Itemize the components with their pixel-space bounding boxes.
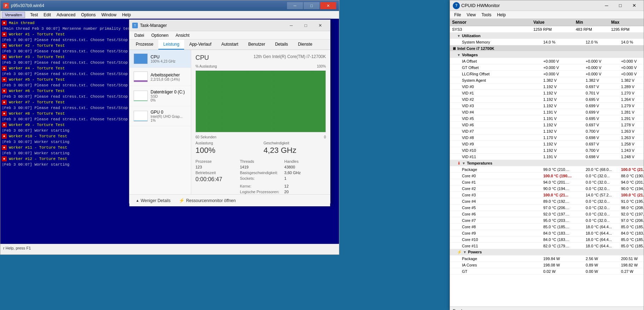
threads-label: Threads	[240, 159, 282, 163]
handles-value: 43800	[284, 165, 326, 169]
worker-icon: ■	[2, 134, 7, 139]
col-sensor: Sensor	[452, 20, 533, 25]
hwm-icon: ?	[453, 2, 460, 9]
table-row: Core #290.0 °C (194....0.0 °C (32.0...90…	[450, 185, 644, 192]
section-name: 🖥Intel Core i7 12700K	[452, 46, 533, 51]
disk-mini-graph	[134, 91, 148, 101]
tab-details[interactable]: Details	[270, 40, 293, 50]
kerne-label: Kerne:	[240, 184, 282, 188]
table-row: Core #885.0 °C (185....18.0 °C (64.4...8…	[450, 224, 644, 230]
prime95-maximize-button[interactable]: □	[304, 2, 320, 9]
worker-icon: ■	[2, 54, 7, 59]
prime95-menu-options[interactable]: Options	[78, 12, 98, 18]
table-row: Package199.84 W2.56 W200.51 W	[450, 256, 644, 262]
hwm-maximize-button[interactable]: □	[614, 2, 627, 10]
hwm-menu-file[interactable]: File	[451, 12, 464, 18]
auslastung-label: Auslastung	[195, 141, 258, 145]
table-row: ▼Utilization	[450, 33, 644, 39]
prozesse-label: Prozesse	[195, 159, 237, 163]
cpu-sidebar-text: CPU 100% 4,23 GHz	[151, 54, 187, 63]
disk-sidebar-name: Datenträger 0 (C:)	[151, 90, 187, 94]
hwm-menu-tools[interactable]: Tools	[479, 12, 494, 18]
threads-value: 1419	[240, 165, 282, 169]
prime95-menu-test[interactable]: Test	[27, 12, 41, 18]
tm-tabs: Prozesse Leistung App-Verlauf Autostart …	[129, 40, 330, 50]
prime95-minimize-button[interactable]: ─	[287, 2, 303, 9]
sensor-max: +0.000 V	[621, 65, 644, 70]
table-row: IA Cores198.08 W0.89 W198.82 W	[450, 262, 644, 268]
tab-autostart[interactable]: Autostart	[216, 40, 243, 50]
tm-maximize-button[interactable]: □	[299, 22, 313, 29]
disk-sidebar-text: Datenträger 0 (C:) SSD0%	[151, 90, 187, 102]
tm-sidebar: CPU 100% 4,23 GHz Arbeitsspeicher 2,2/15…	[129, 50, 191, 194]
weniger-details-label: Weniger Details	[141, 198, 170, 203]
tm-menu-datei[interactable]: Datei	[131, 32, 148, 39]
worker-icon: ■	[2, 122, 7, 127]
sensor-name: SYS3	[452, 27, 533, 31]
worker-icon: ■	[2, 145, 7, 150]
tab-benutzer[interactable]: Benutzer	[243, 40, 270, 50]
table-row: Core #489.0 °C (192....0.0 °C (32.0...91…	[450, 198, 644, 205]
sidebar-item-cpu[interactable]: CPU 100% 4,23 GHz	[129, 50, 191, 68]
sensor-max: 14.0 %	[621, 40, 644, 44]
hwm-minimize-button[interactable]: ─	[600, 2, 613, 10]
cpu-sidebar-name: CPU	[151, 54, 187, 59]
tm-minimize-button[interactable]: ─	[284, 22, 298, 29]
prime95-statusbar: r Help, press F1	[0, 244, 339, 252]
geschwindigkeit-label: Geschwindigkeit	[264, 141, 326, 145]
tm-close-button[interactable]: ✕	[313, 22, 327, 29]
worker-label: Worker #6 - Torture Test	[9, 88, 65, 94]
tm-menubar: Datei Optionen Ansicht	[129, 31, 330, 40]
tm-icon: T	[132, 23, 138, 28]
table-row: Core #984.0 °C (183....18.0 °C (64.4...8…	[450, 230, 644, 236]
table-row: VID #61.192 V0.697 V1.278 V	[450, 122, 644, 128]
memory-sidebar-text: Arbeitsspeicher 2,2/15,8 GB (14%)	[151, 73, 187, 81]
hwm-table-header: Sensor Value Min Max	[450, 19, 644, 26]
hwm-close-button[interactable]: ✕	[627, 2, 641, 10]
prime95-close-button[interactable]: ✕	[320, 2, 336, 9]
tm-menu-optionen[interactable]: Optionen	[148, 32, 172, 39]
sensor-min: +0.000 V	[586, 72, 621, 76]
disk-sidebar-detail: SSD0%	[151, 94, 187, 102]
hwm-menu-view[interactable]: View	[464, 12, 479, 18]
table-row: VID #31.192 V0.699 V1.279 V	[450, 103, 644, 109]
section-name: ▼Voltages	[457, 53, 538, 57]
sidebar-item-memory[interactable]: Arbeitsspeicher 2,2/15,8 GB (14%)	[129, 68, 191, 86]
prime95-menu-help[interactable]: Help	[119, 12, 134, 18]
gpu-sidebar-name: GPU 0	[151, 110, 187, 115]
table-row: System Agent 1.382 V 1.382 V 1.382 V	[450, 77, 644, 84]
section-name: ⚡▼Powers	[457, 250, 538, 254]
sensor-min: 1.382 V	[586, 78, 621, 82]
hwm-menu-help[interactable]: Help	[494, 12, 509, 18]
auslastung-value: 100%	[195, 146, 258, 155]
sensor-name: IA Offset	[462, 59, 543, 63]
betriebszeit-label: Betriebszeit	[195, 171, 237, 175]
tab-app-verlauf[interactable]: App-Verlauf	[184, 40, 216, 50]
prime95-toolbar-verwalten[interactable]: Verwalten	[2, 12, 25, 18]
tm-menu-ansicht[interactable]: Ansicht	[172, 32, 193, 39]
tab-prozesse[interactable]: Prozesse	[131, 40, 158, 50]
gpu-graph-fill	[134, 121, 147, 121]
log-text: |Feb 3 00:07] Worker starting	[2, 162, 69, 167]
prime95-menu-edit[interactable]: Edit	[41, 12, 54, 18]
hwm-win-controls: ─ □ ✕	[600, 2, 641, 10]
sensor-min: 12.0 %	[586, 40, 621, 44]
table-row: VID #101.192 V0.700 V1.243 V	[450, 147, 644, 154]
table-row: VID #01.192 V0.697 V1.289 V	[450, 84, 644, 90]
sockets-value: 1	[284, 176, 326, 183]
cpu-sidebar-detail: 100% 4,23 GHz	[151, 59, 187, 63]
prime95-titlebar: P p95v307b9.win64 ─ □ ✕	[0, 0, 339, 11]
hwm-menubar: File View Tools Help	[450, 11, 644, 19]
tab-leistung[interactable]: Leistung	[158, 40, 184, 50]
prime95-menu-advanced[interactable]: Advanced	[54, 12, 78, 18]
ressourcenmonitor-button[interactable]: ⚡ Ressourcenmonitor öffnen	[177, 197, 238, 204]
tab-dienste[interactable]: Dienste	[293, 40, 317, 50]
weniger-details-button[interactable]: ▲ Weniger Details	[134, 197, 172, 204]
graph-time: 60 Sekunden	[195, 135, 216, 139]
prime95-menu-window[interactable]: Window	[99, 12, 119, 18]
table-row: 🌡▼Temperatures	[450, 160, 644, 166]
sidebar-item-disk[interactable]: Datenträger 0 (C:) SSD0%	[129, 86, 191, 106]
sidebar-item-gpu[interactable]: GPU 0 Intel(R) UHD Grap...1%	[129, 106, 191, 126]
sockets-label: Sockets:	[240, 176, 282, 183]
hwm-status-text: Ready	[453, 309, 464, 310]
